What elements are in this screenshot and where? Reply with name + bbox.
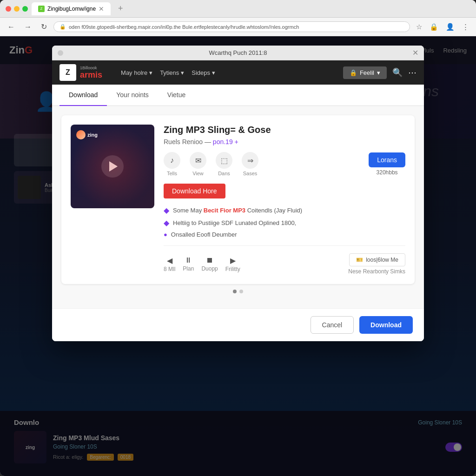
sases-label: Sases xyxy=(243,171,258,176)
play-label: Plan xyxy=(183,265,194,272)
stop-label: Duopp xyxy=(201,265,218,272)
carousel-dot-2[interactable] xyxy=(239,290,243,293)
action-tells[interactable]: ♪ Tells xyxy=(164,152,180,176)
quality-text: 320hbbs xyxy=(377,169,398,176)
tab-vietue[interactable]: Vietue xyxy=(158,85,195,106)
modal-dialog: Wcarthq Puch 2011:8 ✕ Z 1Billoook armis xyxy=(52,46,424,341)
vip-label: Nese Rearbonty Simks xyxy=(348,268,405,275)
modal-title: Wcarthq Puch 2011:8 xyxy=(209,49,267,56)
inner-nav-item-2[interactable]: Tytiens ▾ xyxy=(160,69,184,76)
track-artist: Ruels Renioo — pon.19 + xyxy=(164,138,405,145)
tells-icon: ♪ xyxy=(164,152,180,169)
dans-label: Dans xyxy=(218,171,230,176)
modal-overlay: Wcarthq Puch 2011:8 ✕ Z 1Billoook armis xyxy=(0,36,476,476)
modal-traffic-light xyxy=(58,50,63,56)
toolbar-actions: ☆ 🔒 👤 ⋮ xyxy=(414,21,471,33)
tab-close-button[interactable]: ✕ xyxy=(99,5,104,13)
new-tab-button[interactable]: + xyxy=(114,3,127,14)
download-button[interactable]: Download xyxy=(359,316,413,334)
info-item-3: ● Onsalled Eoofl Deumber xyxy=(164,231,405,238)
inner-nav-item-1[interactable]: May holre ▾ xyxy=(121,69,152,76)
feelil-button[interactable]: 🔒 Feelil ▾ xyxy=(343,66,387,79)
account-button[interactable]: 👤 xyxy=(443,21,457,33)
modal-footer: Cancel Download xyxy=(52,308,424,341)
stop-button[interactable]: ⏹ xyxy=(206,256,213,264)
reload-button[interactable]: ↻ xyxy=(38,20,50,33)
bullet-icon-1: ◆ xyxy=(164,206,169,215)
modal-close-button[interactable]: ✕ xyxy=(412,48,418,57)
url-text: oden f09ste.gtopedli-shertbeg.mapir.con/… xyxy=(69,24,299,30)
inner-more-button[interactable]: ⋯ xyxy=(408,67,416,78)
close-traffic-light[interactable] xyxy=(6,6,11,12)
inner-logo: Z 1Billoook armis xyxy=(60,64,102,81)
maximize-traffic-light[interactable] xyxy=(22,6,28,12)
carousel-dot-1[interactable] xyxy=(233,290,237,293)
forward-button[interactable]: → xyxy=(21,21,34,33)
track-actions: ♪ Tells ✉ View ⬚ Dans xyxy=(164,152,405,176)
browser-toolbar: ← → ↻ 🔒 oden f09ste.gtopedli-shertbeg.ma… xyxy=(0,18,476,36)
action-sases[interactable]: ⇒ Sases xyxy=(242,152,258,176)
inner-logo-sub: 1Billoook xyxy=(80,66,102,70)
prev-control[interactable]: ◀ 8 Mll xyxy=(164,256,175,272)
lock-icon: 🔒 xyxy=(60,24,66,30)
download-hore-button[interactable]: Download Hore xyxy=(164,184,225,198)
carousel-dots xyxy=(61,284,415,299)
inner-search-button[interactable]: 🔍 xyxy=(392,67,403,78)
modal-titlebar: Wcarthq Puch 2011:8 ✕ xyxy=(52,46,424,60)
pause-button[interactable]: ⏸ xyxy=(185,256,192,264)
quality-badge: Lorans 320hbbs xyxy=(369,152,405,176)
modal-tabs: Download Your noints Vietue xyxy=(52,85,424,106)
content-card: zing Zing MP3 Sling= & Gose xyxy=(61,115,415,284)
inner-nav-actions: 🔒 Feelil ▾ 🔍 ⋯ xyxy=(343,66,416,79)
bullet-icon-2: ◆ xyxy=(164,218,169,227)
browser-titlebar: Z ZingibugLomw/igne ✕ + xyxy=(0,0,476,18)
traffic-lights xyxy=(6,6,28,12)
quality-button[interactable]: Lorans xyxy=(369,152,405,167)
next-label: Frilitty xyxy=(225,266,240,272)
back-button[interactable]: ← xyxy=(5,21,18,33)
tab-title: ZingibugLomw/igne xyxy=(47,6,96,12)
inner-logo-icon: Z xyxy=(60,64,76,81)
vip-button[interactable]: 🎫 loos|6low Me xyxy=(349,253,405,266)
address-bar[interactable]: 🔒 oden f09ste.gtopedli-shertbeg.mapir.co… xyxy=(53,21,410,32)
pause-control[interactable]: ⏸ Plan xyxy=(183,256,194,272)
info-item-1: ◆ Some May Becit Fior MP3 Coitendls (Jay… xyxy=(164,206,405,215)
minimize-traffic-light[interactable] xyxy=(14,6,20,12)
track-title: Zing MP3 Sling= & Gose xyxy=(164,125,405,135)
prev-label: 8 Mll xyxy=(164,266,175,272)
browser-tab[interactable]: Z ZingibugLomw/igne ✕ xyxy=(32,2,111,15)
dans-icon: ⬚ xyxy=(216,152,232,169)
tells-label: Tells xyxy=(167,171,177,176)
bookmark-button[interactable]: ☆ xyxy=(414,21,424,33)
tab-favicon: Z xyxy=(38,6,45,12)
cancel-button[interactable]: Cancel xyxy=(311,316,354,334)
browser-window: Z ZingibugLomw/igne ✕ + ← → ↻ 🔒 oden f09… xyxy=(0,0,476,476)
menu-button[interactable]: ⋮ xyxy=(460,21,471,33)
next-control[interactable]: ▶ Frilitty xyxy=(225,256,240,272)
view-icon: ✉ xyxy=(190,152,206,169)
action-dans[interactable]: ⬚ Dans xyxy=(216,152,232,176)
info-list: ◆ Some May Becit Fior MP3 Coitendls (Jay… xyxy=(164,206,405,238)
view-label: View xyxy=(192,171,204,176)
inner-nav-item-3[interactable]: Sideps ▾ xyxy=(192,69,215,76)
sases-icon: ⇒ xyxy=(242,152,258,169)
tab-your-noints[interactable]: Your noints xyxy=(107,85,158,106)
prev-button[interactable]: ◀ xyxy=(167,256,172,265)
inner-nav: Z 1Billoook armis May holre ▾ xyxy=(52,60,424,85)
page-content: ZinG Dabg Hories Hointing foures And cos… xyxy=(0,36,476,476)
stop-control[interactable]: ⏹ Duopp xyxy=(201,256,218,272)
vip-section: 🎫 loos|6low Me Nese Rearbonty Simks xyxy=(348,253,405,275)
inner-logo-brand: armis xyxy=(80,70,102,80)
next-button[interactable]: ▶ xyxy=(230,256,236,265)
artist-link[interactable]: pon.19 + xyxy=(213,138,238,145)
bullet-icon-3: ● xyxy=(164,231,167,238)
album-art: zing xyxy=(71,125,154,208)
info-item-2: ◆ Heltiig to Pustiige SDF Lunated Opline… xyxy=(164,218,405,227)
player-bar: ◀ 8 Mll ⏸ Plan ⏹ Duopp xyxy=(164,245,405,275)
track-info: Zing MP3 Sling= & Gose Ruels Renioo — po… xyxy=(164,125,405,275)
tab-download[interactable]: Download xyxy=(60,85,107,106)
modal-body: zing Zing MP3 Sling= & Gose xyxy=(52,106,424,308)
action-view[interactable]: ✉ View xyxy=(190,152,206,176)
lock-button[interactable]: 🔒 xyxy=(427,21,441,33)
inner-nav-items: May holre ▾ Tytiens ▾ Sideps ▾ xyxy=(121,69,215,76)
